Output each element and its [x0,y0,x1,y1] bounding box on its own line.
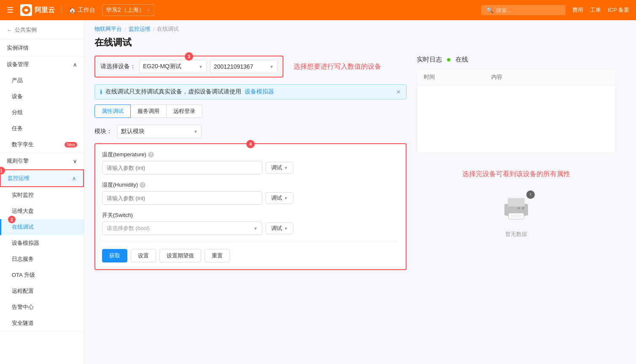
info-icon: ℹ [100,88,102,95]
sidebar-group-ops: 监控运维 ∧ 1 实时监控 运维大盘 在线调试 2 设备模拟器 日志服务 OTA… [0,169,84,332]
property-item-temperature: 温度(temperature) ? 调试 ▼ [102,151,399,174]
sidebar-group-rules: 规则引擎 ∨ [0,153,84,169]
sidebar-item-security-tunnel[interactable]: 安全隧道 [0,315,84,331]
debug-chevron-icon-3: ▼ [284,226,288,231]
right-panel: 实时日志 在线 时间 内容 选择完设备可看到该设备的所有属性 [407,56,626,270]
info-box: ℹ 在线调试只支持调试真实设备，虚拟设备调试请使用 设备模拟器 ✕ [94,84,407,99]
breadcrumb-monitor[interactable]: 监控运维 [129,25,151,33]
search-box[interactable]: 🔍 [481,5,566,15]
sidebar-item-monitor-ops[interactable]: 监控运维 ∧ 1 [0,169,84,187]
log-col-time-header: 时间 [424,73,491,81]
btn-set-expected[interactable]: 设置期望值 [159,249,201,262]
log-table: 时间 内容 [417,69,616,153]
log-col-content-header: 内容 [491,73,609,81]
property-name-temperature: 温度(temperature) ? [102,151,399,158]
info-link[interactable]: 设备模拟器 [245,88,274,96]
sidebar-item-ota[interactable]: OTA 升级 [0,267,84,283]
switch-select[interactable]: 请选择参数 (bool) ▼ [102,222,262,235]
device-hint-text: 选择想要进行写入数值的设备 [294,62,381,71]
module-chevron-icon: ▼ [194,129,198,134]
page-title: 在线调试 [84,33,636,56]
nav-link-ticket[interactable]: 工单 [590,6,601,14]
sidebar-item-device-management[interactable]: 设备管理 ∧ [0,56,84,72]
humidity-input[interactable] [102,191,262,205]
help-icon-temperature[interactable]: ? [148,152,154,158]
workbench-link[interactable]: 🏠 工作台 [69,6,95,14]
device-selector-1[interactable]: EG20-MQ测试 ▼ [139,60,207,73]
sidebar-item-device-simulator[interactable]: 设备模拟器 [0,235,84,251]
property-name-humidity: 湿度(Humidity) ? [102,181,399,189]
property-row-switch: 请选择参数 (bool) ▼ 调试 ▼ [102,222,399,235]
sidebar-item-group[interactable]: 分组 [0,104,84,120]
property-row-temperature: 调试 ▼ [102,161,399,174]
btn-reset[interactable]: 重置 [205,249,230,262]
tab-remote-login[interactable]: 远程登录 [166,104,202,118]
temperature-input[interactable] [102,161,262,174]
log-table-header: 时间 内容 [417,69,615,86]
property-panel: 4 温度(temperature) ? 调试 ▼ [94,143,407,270]
expand-icon-ops: ∧ [72,175,76,182]
realtime-header: 实时日志 在线 [417,56,616,64]
no-data-text: 暂无数据 [505,230,527,238]
sidebar-item-digital-twin[interactable]: 数字孪生 New [0,136,84,153]
status-label: 在线 [455,56,468,64]
select-chevron-2: ▼ [269,64,274,69]
home-icon: 🏠 [69,7,76,13]
hint-area: 选择完设备可看到该设备的所有属性 [417,153,616,255]
search-icon: 🔍 [486,7,493,13]
sidebar-item-remote-config[interactable]: 远程配置 [0,283,84,299]
property-row-humidity: 调试 ▼ [102,191,399,205]
info-text: 在线调试只支持调试真实设备，虚拟设备调试请使用 [105,88,241,96]
debug-button-switch[interactable]: 调试 ▼ [266,222,294,234]
module-selector[interactable]: 默认模块 ▼ [117,125,202,138]
sidebar-back[interactable]: ← 公共实例 [0,20,84,40]
sidebar-item-instance-detail[interactable]: 实例详情 [0,40,84,56]
device-select-area: 3 请选择设备： EG20-MQ测试 ▼ 200121091367 ▼ 选 [94,56,407,78]
debug-button-humidity[interactable]: 调试 ▼ [266,192,294,204]
content-area: 物联网平台 / 监控运维 / 在线调试 在线调试 3 请选择设备： EG20-M… [84,20,636,364]
breadcrumb-sep-1: / [124,26,126,32]
module-label: 模块： [94,128,112,135]
device-select-container: 3 请选择设备： EG20-MQ测试 ▼ 200121091367 ▼ [94,56,283,78]
btn-set[interactable]: 设置 [131,249,156,262]
tab-property-debug[interactable]: 属性调试 [94,104,131,118]
log-empty-area [417,86,615,119]
realtime-title: 实时日志 [417,56,442,64]
region-selector[interactable]: 华东2（上海） ▼ [102,4,154,16]
select-chevron-1: ▼ [199,64,203,69]
sidebar-item-alert[interactable]: 告警中心 [0,299,84,315]
device-selector-2[interactable]: 200121091367 ▼ [210,60,278,73]
sidebar: ← 公共实例 实例详情 设备管理 ∧ 产品 设备 分组 任务 [0,20,84,364]
step-badge-3: 3 [185,52,193,61]
expand-icon-rules: ∨ [73,158,77,164]
status-dot-online [447,58,450,62]
sidebar-item-task[interactable]: 任务 [0,120,84,136]
main-content: 3 请选择设备： EG20-MQ测试 ▼ 200121091367 ▼ 选 [84,56,636,280]
nav-link-fees[interactable]: 费用 [572,6,583,14]
help-icon-humidity[interactable]: ? [140,182,146,188]
debug-chevron-icon-2: ▼ [284,196,288,201]
nav-link-icp[interactable]: ICP 备案 [608,6,629,14]
tab-service-call[interactable]: 服务调用 [130,104,167,118]
region-chevron-icon: ▼ [146,8,151,13]
step-badge-2: 2 [8,216,16,223]
sidebar-item-device[interactable]: 设备 [0,88,84,104]
breadcrumb-current: 在线调试 [157,25,179,33]
device-select-label: 请选择设备： [100,63,136,70]
sidebar-item-realtime-monitor[interactable]: 实时监控 [0,187,84,203]
printer-badge: ! [526,190,535,199]
property-name-switch: 开关(Switch) [102,211,399,219]
hint-secondary-text: 选择完设备可看到该设备的所有属性 [462,170,570,179]
breadcrumb-iot[interactable]: 物联网平台 [94,25,122,33]
sidebar-item-log-service[interactable]: 日志服务 [0,251,84,267]
debug-button-temperature[interactable]: 调试 ▼ [266,162,294,174]
btn-get[interactable]: 获取 [102,249,127,262]
info-close-icon[interactable]: ✕ [396,88,401,95]
sidebar-item-product[interactable]: 产品 [0,72,84,88]
search-input[interactable] [496,7,561,13]
sidebar-item-online-debug[interactable]: 在线调试 2 [0,219,84,235]
expand-icon: ∧ [73,62,77,68]
sidebar-item-rules[interactable]: 规则引擎 ∨ [0,153,84,169]
menu-button[interactable]: ☰ [7,5,13,15]
sidebar-group-instance: 实例详情 [0,40,84,56]
